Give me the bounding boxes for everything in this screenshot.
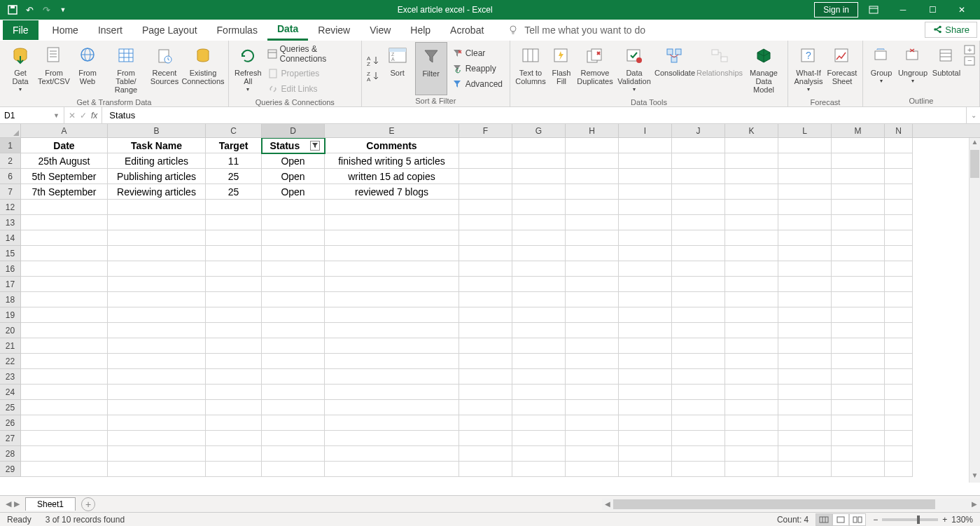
cell[interactable] xyxy=(108,200,206,215)
cell[interactable] xyxy=(672,462,725,477)
cell[interactable] xyxy=(512,431,566,446)
cell[interactable] xyxy=(778,369,832,385)
sort-button[interactable]: ZA Sort xyxy=(382,42,414,95)
cell[interactable] xyxy=(262,307,325,323)
cell[interactable] xyxy=(459,431,512,446)
scroll-up-icon[interactable]: ▲ xyxy=(969,138,980,149)
cell[interactable] xyxy=(672,184,725,200)
cell[interactable] xyxy=(459,446,512,462)
cell[interactable] xyxy=(262,400,325,415)
cell[interactable] xyxy=(619,354,672,369)
cell[interactable] xyxy=(619,446,672,462)
cell[interactable] xyxy=(619,230,672,246)
close-button[interactable]: ✕ xyxy=(948,0,976,20)
cell[interactable] xyxy=(262,230,325,246)
row-header[interactable]: 19 xyxy=(0,307,21,323)
cell[interactable] xyxy=(885,292,913,307)
cell[interactable] xyxy=(262,215,325,230)
scroll-down-icon[interactable]: ▼ xyxy=(969,471,980,483)
cell[interactable] xyxy=(885,415,913,431)
cell[interactable] xyxy=(21,292,108,307)
cell[interactable] xyxy=(778,307,832,323)
cell[interactable] xyxy=(672,261,725,277)
column-header[interactable]: L xyxy=(778,124,832,137)
cell[interactable] xyxy=(725,369,778,385)
column-header[interactable]: F xyxy=(459,124,512,137)
cell[interactable] xyxy=(725,153,778,169)
share-button[interactable]: Share xyxy=(925,22,977,38)
cell[interactable]: Task Name xyxy=(108,138,206,153)
cell[interactable] xyxy=(725,462,778,477)
scroll-thumb[interactable] xyxy=(970,150,979,178)
cell[interactable] xyxy=(885,462,913,477)
column-header[interactable]: M xyxy=(832,124,885,137)
tab-help[interactable]: Help xyxy=(400,20,440,40)
remove-duplicates-button[interactable]: Remove Duplicates xyxy=(576,42,614,97)
cell[interactable] xyxy=(619,385,672,400)
cell[interactable] xyxy=(512,338,566,354)
cell[interactable] xyxy=(325,369,459,385)
cell[interactable] xyxy=(778,261,832,277)
cell[interactable] xyxy=(512,369,566,385)
cell[interactable] xyxy=(325,446,459,462)
cell[interactable] xyxy=(459,200,512,215)
signin-button[interactable]: Sign in xyxy=(814,2,858,18)
cell[interactable]: Status xyxy=(262,138,325,153)
cell[interactable] xyxy=(778,338,832,354)
cell[interactable] xyxy=(619,292,672,307)
cell[interactable] xyxy=(459,153,512,169)
cell[interactable] xyxy=(778,415,832,431)
from-web-button[interactable]: From Web xyxy=(71,42,104,97)
cell[interactable] xyxy=(778,184,832,200)
cell[interactable] xyxy=(566,462,619,477)
row-header[interactable]: 27 xyxy=(0,431,21,446)
cell[interactable] xyxy=(459,292,512,307)
cell[interactable] xyxy=(325,462,459,477)
cell[interactable] xyxy=(832,138,885,153)
cell[interactable] xyxy=(108,215,206,230)
cell[interactable]: Open xyxy=(262,169,325,184)
cell[interactable] xyxy=(512,246,566,261)
cell[interactable] xyxy=(325,354,459,369)
cell[interactable] xyxy=(778,200,832,215)
cell[interactable] xyxy=(325,277,459,292)
sheet-nav-prev-icon[interactable]: ◀ xyxy=(6,499,11,508)
cell[interactable] xyxy=(459,277,512,292)
cell[interactable] xyxy=(832,246,885,261)
cell[interactable] xyxy=(832,400,885,415)
cell[interactable] xyxy=(325,323,459,338)
cell[interactable] xyxy=(21,215,108,230)
cell[interactable] xyxy=(459,462,512,477)
cell[interactable] xyxy=(512,261,566,277)
filter-button[interactable]: Filter xyxy=(415,42,447,95)
cell[interactable] xyxy=(512,292,566,307)
cell[interactable] xyxy=(21,246,108,261)
horizontal-scrollbar[interactable]: ◀ ▶ xyxy=(602,499,980,510)
cell[interactable] xyxy=(566,369,619,385)
cell[interactable] xyxy=(566,153,619,169)
cell[interactable] xyxy=(619,215,672,230)
cell[interactable] xyxy=(672,400,725,415)
cell[interactable]: Reviewing articles xyxy=(108,184,206,200)
cell[interactable] xyxy=(778,215,832,230)
row-header[interactable]: 23 xyxy=(0,369,21,385)
cell[interactable] xyxy=(459,307,512,323)
cell[interactable] xyxy=(566,230,619,246)
tab-home[interactable]: Home xyxy=(43,20,88,40)
cell[interactable] xyxy=(512,138,566,153)
row-header[interactable]: 1 xyxy=(0,138,21,153)
cell[interactable] xyxy=(885,169,913,184)
cell[interactable] xyxy=(206,385,262,400)
cell[interactable] xyxy=(619,323,672,338)
forecast-sheet-button[interactable]: Forecast Sheet xyxy=(826,42,858,97)
cell[interactable] xyxy=(778,446,832,462)
row-header[interactable]: 13 xyxy=(0,215,21,230)
sort-za-icon[interactable]: ZA xyxy=(366,70,380,83)
what-if-button[interactable]: ? What-If Analysis▾ xyxy=(792,42,825,97)
add-sheet-button[interactable]: + xyxy=(81,497,95,511)
cell[interactable] xyxy=(725,431,778,446)
cell[interactable] xyxy=(325,385,459,400)
cell[interactable] xyxy=(325,230,459,246)
cell[interactable] xyxy=(108,246,206,261)
row-header[interactable]: 15 xyxy=(0,246,21,261)
